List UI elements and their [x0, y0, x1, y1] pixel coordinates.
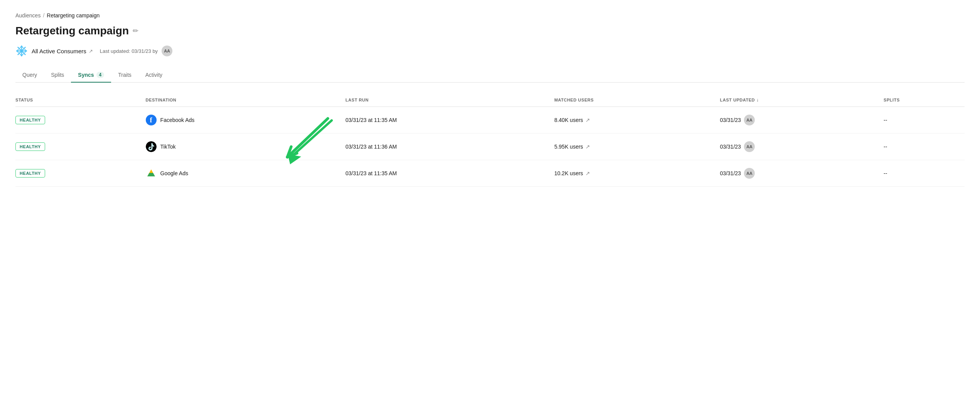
col-last-run: LAST RUN: [346, 93, 554, 107]
tiktok-icon: [146, 141, 157, 152]
destination-name[interactable]: Google Ads: [160, 170, 188, 176]
avatar: AA: [744, 115, 755, 125]
col-splits: SPLITS: [884, 93, 965, 107]
table-row: HEALTHY Google Ads: [15, 160, 965, 187]
snowflake-icon: [15, 45, 28, 57]
tab-syncs[interactable]: Syncs 4: [71, 68, 111, 83]
syncs-table: STATUS DESTINATION LAST RUN MATCHED USER…: [15, 93, 965, 187]
syncs-table-container: STATUS DESTINATION LAST RUN MATCHED USER…: [15, 93, 965, 187]
last-updated-cell: 03/31/23 AA: [720, 160, 884, 187]
last-updated-label: Last updated: 03/31/23 by: [100, 48, 158, 54]
col-last-updated[interactable]: LAST UPDATED ↓: [720, 93, 884, 107]
matched-users-cell: 10.2K users ↗︎: [554, 160, 720, 187]
google-ads-icon: [146, 168, 157, 179]
last-run-cell: 03/31/23 at 11:35 AM: [346, 107, 554, 134]
destination-cell: f Facebook Ads: [146, 107, 346, 134]
splits-cell: --: [884, 107, 965, 134]
audience-name: All Active Consumers ↗︎: [32, 48, 93, 54]
table-header-row: STATUS DESTINATION LAST RUN MATCHED USER…: [15, 93, 965, 107]
matched-users-cell: 5.95K users ↗︎: [554, 134, 720, 160]
page-title: Retargeting campaign: [15, 25, 129, 37]
syncs-badge: 4: [96, 72, 105, 78]
destination-cell: TikTok: [146, 134, 346, 160]
tab-traits[interactable]: Traits: [111, 68, 138, 83]
status-cell: HEALTHY: [15, 107, 146, 134]
edit-icon[interactable]: ✏: [133, 27, 138, 35]
tab-query[interactable]: Query: [15, 68, 44, 83]
destination-name[interactable]: Facebook Ads: [160, 117, 195, 123]
svg-point-17: [146, 141, 157, 152]
status-badge: HEALTHY: [15, 116, 45, 124]
audience-info: All Active Consumers ↗︎ Last updated: 03…: [15, 45, 965, 57]
tabs-container: Query Splits Syncs 4 Traits Activity: [15, 68, 965, 83]
breadcrumb-current: Retargeting campaign: [47, 12, 100, 19]
page-title-row: Retargeting campaign ✏: [15, 25, 965, 37]
avatar: AA: [162, 46, 172, 56]
tab-activity[interactable]: Activity: [138, 68, 169, 83]
splits-cell: --: [884, 134, 965, 160]
breadcrumb-parent[interactable]: Audiences: [15, 12, 40, 19]
status-cell: HEALTHY: [15, 160, 146, 187]
avatar: AA: [744, 168, 755, 179]
destination-cell: Google Ads: [146, 160, 346, 187]
breadcrumb: Audiences / Retargeting campaign: [15, 12, 965, 19]
destination-name[interactable]: TikTok: [160, 144, 176, 150]
col-matched-users: MATCHED USERS: [554, 93, 720, 107]
col-status: STATUS: [15, 93, 146, 107]
table-row: HEALTHY TikTok 03/31/23: [15, 134, 965, 160]
status-badge: HEALTHY: [15, 142, 45, 151]
matched-users-link-icon[interactable]: ↗︎: [585, 170, 590, 176]
last-run-cell: 03/31/23 at 11:36 AM: [346, 134, 554, 160]
last-updated-cell: 03/31/23 AA: [720, 134, 884, 160]
col-destination: DESTINATION: [146, 93, 346, 107]
facebook-icon: f: [146, 115, 157, 125]
matched-users-cell: 8.40K users ↗︎: [554, 107, 720, 134]
status-badge: HEALTHY: [15, 169, 45, 178]
last-updated-cell: 03/31/23 AA: [720, 107, 884, 134]
breadcrumb-separator: /: [43, 12, 44, 19]
avatar: AA: [744, 141, 755, 152]
audience-external-link-icon[interactable]: ↗︎: [89, 48, 93, 54]
sort-down-icon: ↓: [756, 97, 759, 103]
tab-splits[interactable]: Splits: [44, 68, 71, 83]
matched-users-link-icon[interactable]: ↗︎: [585, 144, 590, 150]
status-cell: HEALTHY: [15, 134, 146, 160]
last-run-cell: 03/31/23 at 11:35 AM: [346, 160, 554, 187]
table-row: HEALTHY f Facebook Ads 03/31/23 at 11:35…: [15, 107, 965, 134]
svg-marker-21: [147, 173, 155, 176]
matched-users-link-icon[interactable]: ↗︎: [585, 117, 590, 123]
splits-cell: --: [884, 160, 965, 187]
